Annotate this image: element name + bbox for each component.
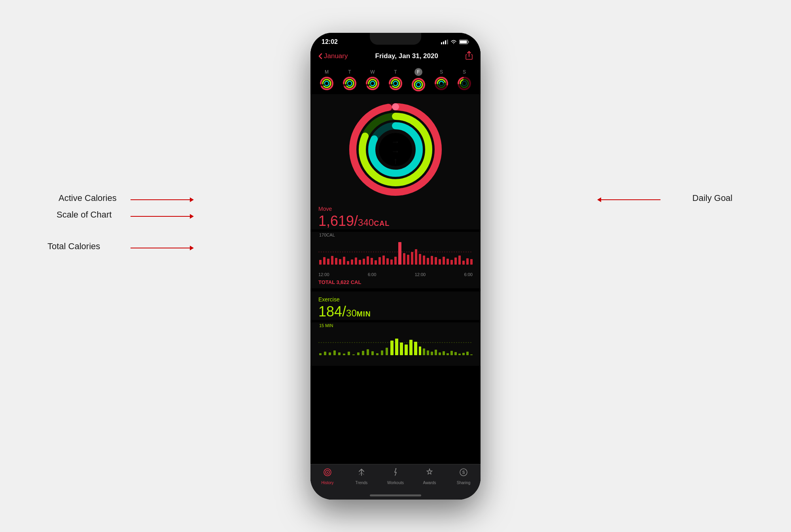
svg-rect-94 [454,257,457,265]
svg-rect-73 [371,258,373,265]
svg-rect-102 [329,352,331,355]
activity-ring-svg: → → ↑ [348,102,443,197]
tab-workouts-label: Workouts [387,481,404,485]
svg-rect-117 [400,343,403,355]
svg-rect-101 [324,352,326,355]
back-chevron-icon [318,53,322,59]
svg-rect-98 [470,259,473,265]
day-col-wed[interactable]: W [365,69,380,91]
day-col-tue[interactable]: T [343,69,357,91]
daily-goal-arrow [597,197,660,202]
active-calories-arrow [131,197,194,202]
svg-rect-2 [445,40,446,44]
svg-rect-126 [439,352,441,355]
day-col-mon[interactable]: M [320,69,334,91]
wifi-icon [450,40,457,44]
tab-history-label: History [321,481,333,485]
tab-sharing-label: Sharing [457,481,470,485]
svg-rect-76 [382,256,385,265]
nav-share-button[interactable] [466,51,473,62]
move-goal-value: 340 [358,217,374,228]
move-chart-time-labels: 12:00 6:00 12:00 6:00 [310,271,481,278]
svg-rect-112 [376,353,378,355]
svg-rect-83 [411,252,413,265]
svg-rect-100 [319,353,322,355]
svg-rect-115 [390,341,394,355]
svg-rect-60 [319,260,322,265]
svg-rect-107 [352,354,355,355]
move-unit: CAL [374,220,390,227]
mini-ring-mon [320,76,334,91]
svg-rect-64 [335,258,337,265]
exercise-active-min: 184/ [318,303,346,320]
active-calories-annotation: Active Calories [59,193,117,203]
svg-rect-110 [367,349,369,355]
svg-point-36 [416,82,421,87]
mini-ring-thu [388,76,403,91]
svg-rect-127 [443,351,445,355]
big-ring: → → ↑ [348,102,443,197]
day-col-thu[interactable]: T [388,69,403,91]
svg-rect-114 [386,348,388,355]
tab-history[interactable]: History [310,468,344,485]
svg-rect-78 [390,259,393,265]
tab-trends[interactable]: Trends [344,468,378,485]
svg-rect-130 [454,352,457,355]
svg-text:→: → [391,146,400,156]
svg-rect-109 [362,351,364,355]
svg-rect-77 [386,258,389,265]
svg-rect-113 [381,350,383,355]
svg-rect-79 [394,257,397,265]
total-calories-label: Total Calories [47,241,100,251]
scale-label-ann: Scale of Chart [57,210,112,220]
home-indicator-area [310,493,481,500]
ring-section: → → ↑ [310,94,481,201]
svg-point-137 [327,471,328,473]
day-col-fri[interactable]: F [411,68,426,92]
day-label-tue: T [348,69,351,75]
svg-rect-89 [435,257,437,265]
main-content[interactable]: → → ↑ Move 1,619/340CAL 170CAL [310,94,481,464]
tab-awards[interactable]: Awards [413,468,447,485]
svg-rect-80 [398,242,401,265]
svg-rect-116 [395,339,398,355]
svg-rect-68 [351,259,353,265]
svg-rect-96 [462,261,465,265]
svg-rect-128 [447,353,449,355]
svg-point-18 [348,81,352,85]
exercise-chart-svg [318,329,473,356]
svg-rect-70 [359,260,361,265]
day-col-sun[interactable]: S [457,69,471,91]
svg-rect-65 [339,259,341,265]
svg-rect-104 [338,352,341,355]
status-time: 12:02 [322,38,338,45]
nav-title: Friday, Jan 31, 2020 [375,52,438,60]
move-label: Move [318,206,473,212]
tab-sharing[interactable]: S Sharing [447,468,481,485]
status-icons [441,40,469,44]
battery-icon [459,40,469,44]
svg-rect-75 [378,257,381,265]
phone-screen: 12:02 [310,33,481,500]
nav-back[interactable]: January [318,52,348,60]
svg-rect-103 [333,350,336,355]
svg-rect-61 [323,257,325,265]
nav-back-label: January [324,52,348,60]
tab-workouts[interactable]: Workouts [378,468,413,485]
scale-arrow [131,214,194,219]
move-chart-area: 170CAL [310,232,481,271]
svg-rect-118 [405,345,408,355]
scale-annotation: Scale of Chart [57,210,112,220]
exercise-chart-area: 15 MIN [310,322,481,358]
svg-rect-3 [447,40,448,44]
day-label-fri: F [414,68,422,76]
time-label-4: 6:00 [464,272,473,277]
svg-rect-82 [407,255,409,265]
tab-bar: History Trends Workouts [310,464,481,493]
svg-rect-120 [414,342,417,355]
day-col-sat[interactable]: S [434,69,448,91]
nav-header: January Friday, Jan 31, 2020 [310,48,481,66]
svg-rect-133 [466,352,469,355]
home-indicator [370,494,421,496]
svg-rect-91 [443,257,445,265]
